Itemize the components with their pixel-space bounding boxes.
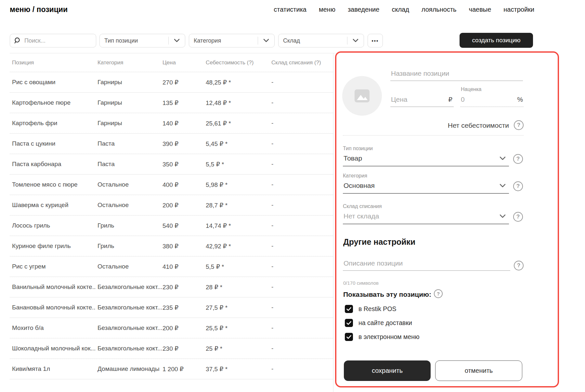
nav-item[interactable]: лояльность [422, 6, 457, 13]
cell-position: Куриное филе гриль [12, 242, 71, 250]
select-field: Тип позиции Товар ? [343, 146, 509, 166]
filter-dropdown[interactable]: Склад [278, 34, 364, 47]
cell-cost: 5,5 ₽ * [206, 263, 224, 270]
cell-cost: 14,74 ₽ * [206, 222, 231, 229]
help-icon[interactable]: ? [513, 212, 523, 222]
nav-item[interactable]: меню [319, 6, 335, 13]
cell-category: Безалкогольные кокт... [98, 283, 162, 291]
checkbox-label: в электронном меню [358, 333, 420, 341]
table-row[interactable]: Картофельное пюре Гарниры 135 ₽ 12,48 ₽ … [10, 93, 333, 113]
checkbox-row[interactable]: в Restik POS [345, 305, 420, 313]
cancel-button[interactable]: отменить [435, 360, 522, 381]
cell-position: Томленое мясо с пюре [12, 181, 78, 188]
cell-warehouse: - [271, 242, 273, 250]
cell-price: 400 ₽ [162, 181, 178, 189]
cell-position: Паста с цукини [12, 140, 55, 147]
select-value[interactable]: Основная [343, 182, 509, 194]
help-icon[interactable]: ? [514, 261, 524, 270]
nav-item[interactable]: заведение [348, 6, 380, 13]
select-field: Склад списания Нет склада ? [343, 203, 509, 224]
nav-item[interactable]: чаевые [469, 6, 491, 13]
help-icon[interactable]: ? [434, 289, 443, 298]
cell-warehouse: - [271, 120, 273, 127]
chevron-down-icon [258, 39, 274, 43]
filter-dropdown[interactable]: Тип позиции [99, 34, 185, 47]
table-row[interactable]: Ванильный молочный кокте... Безалкогольн… [10, 277, 333, 297]
select-label: Категория [343, 173, 509, 179]
table-row[interactable]: Паста с цукини Паста 390 ₽ 5,45 ₽ * - [10, 134, 333, 154]
cell-price: 410 ₽ [162, 263, 178, 270]
markup-label: Наценка [461, 86, 481, 92]
select-field: Категория Основная ? [343, 173, 509, 194]
checkbox[interactable] [345, 333, 353, 341]
table-row[interactable]: Рис с угрем Остальное 410 ₽ 5,5 ₽ * - [10, 256, 333, 277]
help-icon[interactable]: ? [513, 154, 523, 164]
position-photo-placeholder[interactable] [342, 76, 382, 116]
cell-category: Безалкогольные кокт... [98, 345, 162, 352]
check-icon [346, 321, 351, 325]
table-row[interactable]: Куриное филе гриль Гриль 380 ₽ 42,92 ₽ *… [10, 236, 333, 256]
table-row[interactable]: Киви/мята 1л Домашние лимонады 1 200 ₽ 3… [10, 359, 333, 379]
cell-price: 390 ₽ [162, 140, 178, 148]
cell-cost: 5,45 ₽ * [206, 140, 228, 148]
nav-item[interactable]: настройки [503, 6, 534, 13]
filter-dropdown-label: Тип позиции [100, 37, 168, 44]
select-value[interactable]: Нет склада [343, 212, 509, 224]
ruble-suffix: ₽ [448, 96, 454, 107]
table-row[interactable]: Банановый молочный кокте... Безалкогольн… [10, 297, 333, 318]
column-header: Категория [98, 59, 123, 66]
cell-position: Паста карбонара [12, 161, 61, 168]
markup-input[interactable] [460, 96, 517, 107]
checkbox-row[interactable]: в электронном меню [345, 333, 420, 341]
column-header: Склад списания (?) [271, 59, 321, 66]
cell-category: Паста [98, 161, 115, 168]
checkbox[interactable] [345, 319, 353, 327]
name-input[interactable] [390, 70, 523, 81]
cell-price: 230 ₽ [162, 345, 178, 352]
cell-warehouse: - [271, 345, 273, 352]
help-icon[interactable]: ? [514, 120, 524, 130]
cell-category: Безалкогольные кокт... [98, 304, 162, 311]
name-field [390, 70, 523, 81]
table-row[interactable]: Лосось гриль Гриль 540 ₽ 14,74 ₽ * - [10, 216, 333, 236]
cell-price: 200 ₽ [162, 202, 178, 209]
cell-position: Картофель фри [12, 120, 58, 127]
table-row[interactable]: Мохито б/а Безалкогольные кокт... 200 ₽ … [10, 318, 333, 338]
filter-dropdown-label: Категория [189, 37, 258, 44]
checkbox-row[interactable]: на сайте доставки [345, 319, 420, 327]
filter-row: Тип позиции Категория Склад [99, 34, 364, 47]
cell-cost: 28,7 ₽ * [206, 202, 228, 209]
cell-warehouse: - [271, 181, 273, 188]
select-value[interactable]: Товар [343, 154, 509, 166]
description-field [343, 259, 510, 271]
checkbox[interactable] [345, 305, 353, 313]
cell-position: Шоколадный молочный кок... [12, 345, 96, 352]
more-filters-button[interactable]: ••• [368, 34, 383, 47]
divider [333, 53, 333, 392]
table-row[interactable]: Картофель фри Гарниры 140 ₽ 25,61 ₽ * - [10, 113, 333, 134]
search-input[interactable] [24, 37, 92, 44]
table-row[interactable]: Шоколадный молочный кок... Безалкогольны… [10, 338, 333, 359]
table-row[interactable]: Паста карбонара Паста 350 ₽ 5,5 ₽ * - [10, 154, 333, 175]
create-position-button[interactable]: создать позицию [460, 33, 533, 48]
cell-position: Рис с овощами [12, 79, 56, 86]
table-row[interactable]: Томленое мясо с пюре Остальное 400 ₽ 5,9… [10, 175, 333, 195]
cell-warehouse: - [271, 263, 273, 270]
help-icon[interactable]: ? [513, 181, 523, 191]
cell-category: Гарниры [98, 79, 122, 86]
char-counter: 0/170 символов [343, 280, 379, 286]
table-row[interactable]: Рис с овощами Гарниры 270 ₽ 48,25 ₽ * - [10, 72, 333, 93]
cell-category: Паста [98, 140, 115, 147]
price-input[interactable] [390, 96, 448, 107]
nav-item[interactable]: статистика [274, 6, 306, 13]
description-input[interactable] [343, 259, 510, 270]
cell-category: Домашние лимонады [98, 365, 160, 372]
nav-item[interactable]: склад [392, 6, 409, 13]
filter-dropdown[interactable]: Категория [189, 34, 275, 47]
create-position-panel: ₽ Наценка % Нет себестоимости ? Тип пози… [335, 51, 559, 387]
save-button[interactable]: сохранить [344, 360, 431, 381]
chevron-down-icon [169, 39, 185, 43]
column-header: Позиция [12, 59, 34, 66]
table-row[interactable]: Шаверма с курицей Остальное 200 ₽ 28,7 ₽… [10, 195, 333, 216]
cell-price: 230 ₽ [162, 283, 178, 291]
